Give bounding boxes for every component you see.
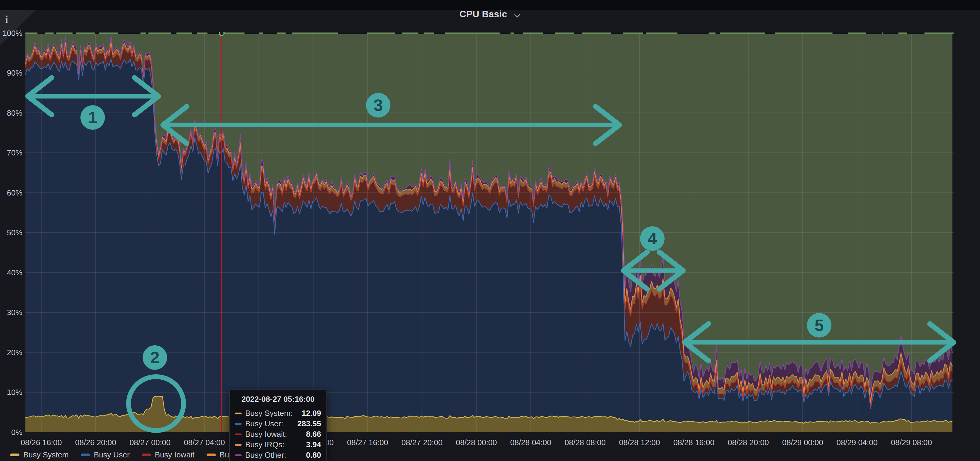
idle-line-notch: [574, 32, 581, 34]
idle-line-notch: [118, 32, 126, 34]
idle-line-notch: [95, 32, 99, 34]
x-axis-label: 08/27 20:00: [401, 438, 442, 447]
idle-line-notch: [344, 32, 351, 34]
x-axis-label: 08/29 00:00: [782, 438, 823, 447]
x-axis-label: 08/28 16:00: [673, 438, 714, 447]
hover-point-idle: [220, 31, 224, 36]
idle-line-notch: [692, 32, 697, 34]
idle-line-notch: [919, 32, 924, 34]
annotation-badge-4: 4: [640, 226, 665, 251]
svg-text:1: 1: [88, 108, 97, 127]
tooltip-row-busy-other: Busy Other:0.80: [235, 450, 321, 460]
tooltip-series-value: 3.94: [306, 440, 321, 449]
y-axis-label: 40%: [7, 268, 22, 277]
tooltip-series-label: Busy Iowait:: [245, 429, 302, 439]
x-axis-label: 08/26 16:00: [21, 438, 62, 447]
y-axis-label: 60%: [7, 188, 22, 197]
idle-line-notch: [131, 32, 140, 34]
svg-text:4: 4: [648, 229, 657, 248]
tooltip-series-value: 8.66: [306, 429, 321, 439]
tooltip-row-busy-irqs: Busy IRQs:3.94: [235, 439, 321, 450]
idle-line-notch: [338, 32, 345, 34]
idle-line-notch: [765, 32, 775, 34]
legend-item-busy-system[interactable]: Busy System: [10, 450, 69, 459]
idle-line-notch: [883, 32, 899, 34]
svg-text:2: 2: [150, 348, 159, 367]
tooltip-row-busy-iowait: Busy Iowait:8.66: [235, 429, 321, 439]
annotation-badge-2: 2: [143, 345, 167, 370]
y-axis-label: 50%: [7, 228, 22, 237]
x-axis-label: 08/28 08:00: [565, 438, 606, 447]
y-axis-label: 100%: [3, 29, 23, 38]
x-axis-label: 08/28 04:00: [510, 438, 551, 447]
idle-line-notch: [263, 32, 277, 34]
tooltip-series-swatch: [235, 413, 242, 414]
tooltip-series-swatch: [235, 444, 242, 446]
y-axis-label: 20%: [7, 348, 22, 357]
idle-line-notch: [418, 32, 424, 34]
idle-line-notch: [833, 32, 848, 34]
idle-line-notch: [146, 32, 149, 34]
tooltip-series-value: 283.55: [297, 419, 321, 428]
legend-label: Busy System: [23, 450, 69, 459]
annotation-badge-3: 3: [366, 93, 390, 118]
legend-label: Busy User: [94, 450, 130, 459]
idle-line-notch: [716, 32, 720, 34]
legend-swatch: [207, 453, 216, 456]
svg-text:5: 5: [815, 316, 824, 335]
annotation-badge-1: 1: [80, 105, 105, 130]
legend-label: Busy Iowait: [155, 450, 195, 459]
legend-swatch: [81, 453, 90, 456]
legend-swatch: [10, 453, 19, 456]
x-axis-label: 08/27 00:00: [129, 438, 170, 447]
tooltip-series-swatch: [235, 455, 242, 456]
y-axis-label: 90%: [7, 68, 22, 78]
legend-item-busy-user[interactable]: Busy User: [81, 450, 130, 459]
tooltip-series-swatch: [235, 434, 242, 435]
tooltip-series-value: 12.09: [302, 409, 321, 418]
idle-line-notch: [73, 32, 76, 34]
x-axis-label: 08/28 12:00: [619, 438, 660, 447]
annotation-badge-5: 5: [807, 313, 831, 337]
idle-line-notch: [547, 32, 551, 34]
idle-line-notch: [500, 32, 503, 34]
legend-swatch: [142, 453, 151, 456]
idle-line-notch: [286, 32, 289, 34]
grafana-panel: CPU Basic i 0%10%20%30%40%50%60%70%80%90…: [0, 0, 980, 461]
idle-line-notch: [643, 32, 646, 34]
tooltip-timestamp: 2022-08-27 05:16:00: [235, 395, 321, 404]
tooltip-series-value: 0.80: [306, 450, 321, 460]
tooltip-series-label: Busy IRQs:: [245, 440, 302, 449]
tooltip-row-busy-user: Busy User:283.55: [235, 418, 321, 429]
plot-area: [25, 31, 954, 432]
idle-line-notch: [37, 32, 45, 34]
svg-text:3: 3: [374, 96, 383, 114]
idle-line-notch: [434, 32, 445, 34]
idle-line-notch: [54, 32, 56, 34]
x-axis-label: 08/26 20:00: [75, 438, 116, 447]
chart-legend: Busy SystemBusy UserBusy IowaitBusy IRQs: [10, 450, 257, 459]
idle-line-notch: [192, 32, 197, 34]
tooltip-series-label: Busy User:: [245, 419, 294, 428]
idle-line-notch: [611, 32, 623, 34]
y-axis-label: 0%: [11, 428, 22, 437]
y-axis-label: 30%: [7, 308, 22, 317]
y-axis-label: 70%: [7, 148, 22, 157]
idle-line-notch: [907, 32, 912, 34]
y-axis-label: 10%: [7, 388, 22, 397]
idle-line-notch: [171, 32, 177, 34]
idle-line-notch: [395, 32, 402, 34]
idle-line-notch: [866, 32, 882, 34]
x-axis-label: 08/27 04:00: [184, 438, 225, 447]
legend-item-busy-iowait[interactable]: Busy Iowait: [142, 450, 195, 459]
x-axis-label: 08/27 16:00: [347, 438, 388, 447]
y-axis-label: 80%: [7, 108, 22, 118]
cpu-usage-chart[interactable]: 0%10%20%30%40%50%60%70%80%90%100%08/26 1…: [0, 0, 980, 461]
tooltip-series-swatch: [235, 423, 242, 425]
x-axis-label: 08/29 04:00: [837, 438, 877, 447]
x-axis-label: 08/29 08:00: [891, 438, 932, 447]
hover-tooltip: 2022-08-27 05:16:00 Busy System:12.09Bus…: [229, 389, 327, 461]
tooltip-series-label: Busy System:: [245, 409, 298, 418]
tooltip-series-label: Busy Other:: [245, 450, 302, 460]
idle-line-notch: [245, 32, 259, 34]
